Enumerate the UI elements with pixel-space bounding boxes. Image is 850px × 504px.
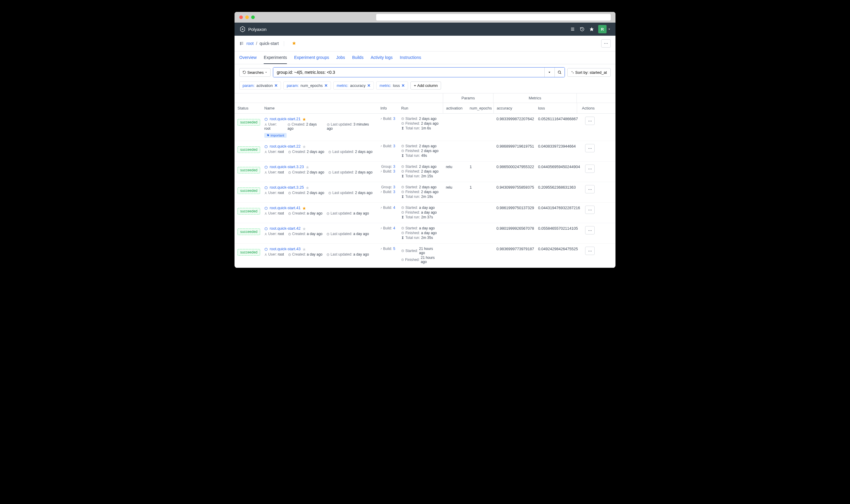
num-epochs-value bbox=[467, 114, 493, 120]
accuracy-value: 0.9865000247955322 bbox=[493, 162, 535, 172]
created-value: 2 days ago bbox=[307, 170, 324, 174]
search-input[interactable] bbox=[273, 68, 544, 77]
searches-dropdown[interactable]: Searches bbox=[239, 68, 270, 77]
experiment-link[interactable]: root.quick-start.3.23 bbox=[270, 164, 304, 169]
experiment-link[interactable]: root.quick-start.22 bbox=[270, 144, 301, 148]
build-link[interactable]: 3 bbox=[393, 190, 395, 194]
experiment-link[interactable]: root.quick-start.42 bbox=[270, 226, 301, 231]
breadcrumb-separator: / bbox=[256, 41, 257, 46]
tab-builds[interactable]: Builds bbox=[352, 52, 364, 64]
total-run-value: 49s bbox=[421, 154, 427, 158]
row-more-button[interactable]: ⋯ bbox=[585, 185, 595, 193]
build-link[interactable]: 3 bbox=[393, 169, 395, 174]
cube-icon bbox=[264, 205, 268, 210]
build-link[interactable]: 4 bbox=[393, 226, 395, 230]
experiment-link[interactable]: root.quick-start.3.25 bbox=[270, 185, 304, 190]
finished-value: a day ago bbox=[421, 231, 437, 235]
svg-marker-15 bbox=[549, 72, 550, 73]
row-more-button[interactable]: ⋯ bbox=[585, 247, 595, 255]
updated-value: 2 days ago bbox=[355, 191, 373, 195]
sort-button[interactable]: Sort by: started_at bbox=[567, 68, 611, 77]
table-row: succeeded root.quick-start.22 User: root… bbox=[234, 141, 616, 162]
row-more-button[interactable]: ⋯ bbox=[585, 205, 595, 214]
cube-icon bbox=[264, 116, 268, 121]
breadcrumb: root / quick-start │ ⋯ bbox=[234, 36, 616, 52]
user-value: root bbox=[278, 252, 284, 256]
window-maximize-button[interactable] bbox=[251, 16, 255, 19]
status-badge: succeeded bbox=[237, 229, 260, 235]
experiment-link[interactable]: root.quick-start.41 bbox=[270, 205, 301, 210]
user-menu-chevron[interactable] bbox=[608, 26, 611, 32]
search-submit-button[interactable] bbox=[554, 68, 565, 77]
build-link[interactable]: 4 bbox=[393, 205, 395, 210]
experiments-table: Params Metrics Status Name Info Run acti… bbox=[234, 93, 616, 268]
group-link[interactable]: 3 bbox=[393, 185, 395, 189]
build-link[interactable]: 3 bbox=[393, 144, 395, 148]
tag-important[interactable]: important bbox=[264, 133, 287, 138]
svg-marker-32 bbox=[306, 166, 309, 169]
project-star-icon[interactable] bbox=[292, 41, 296, 46]
search-dropdown-toggle[interactable] bbox=[544, 68, 554, 77]
star-icon[interactable] bbox=[587, 24, 597, 34]
filter-remove-icon[interactable]: ✕ bbox=[367, 83, 371, 88]
filter-value: loss bbox=[393, 83, 400, 88]
table-row: succeeded root.quick-start.3.25 User: ro… bbox=[234, 182, 616, 203]
tab-experiment-groups[interactable]: Experiment groups bbox=[294, 52, 329, 64]
col-loss: loss bbox=[535, 103, 577, 113]
user-value: root bbox=[278, 232, 284, 236]
tab-experiments[interactable]: Experiments bbox=[264, 52, 287, 64]
mac-titlebar bbox=[234, 12, 616, 23]
tab-jobs[interactable]: Jobs bbox=[336, 52, 345, 64]
svg-marker-58 bbox=[303, 227, 306, 230]
project-more-button[interactable]: ⋯ bbox=[601, 39, 611, 48]
accuracy-value: 0.9833999872207642 bbox=[493, 114, 535, 124]
svg-point-65 bbox=[265, 253, 266, 254]
col-name: Name bbox=[261, 103, 377, 113]
row-more-button[interactable]: ⋯ bbox=[585, 226, 595, 234]
svg-marker-20 bbox=[303, 118, 306, 121]
tab-activity-logs[interactable]: Activity logs bbox=[371, 52, 393, 64]
finished-value: 2 days ago bbox=[421, 169, 439, 174]
tabs: OverviewExperimentsExperiment groupsJobs… bbox=[234, 52, 616, 64]
star-icon[interactable] bbox=[306, 164, 309, 169]
star-icon[interactable] bbox=[302, 247, 306, 251]
row-more-button[interactable]: ⋯ bbox=[585, 164, 595, 173]
svg-rect-11 bbox=[241, 43, 243, 43]
add-column-button[interactable]: +Add column bbox=[410, 82, 441, 90]
group-link[interactable]: 3 bbox=[393, 164, 395, 169]
tab-instructions[interactable]: Instructions bbox=[400, 52, 421, 64]
finished-value: 2 days ago bbox=[421, 121, 439, 126]
filter-remove-icon[interactable]: ✕ bbox=[275, 83, 278, 88]
url-bar[interactable] bbox=[376, 14, 611, 20]
history-icon[interactable] bbox=[578, 24, 587, 34]
row-more-button[interactable]: ⋯ bbox=[585, 144, 595, 152]
num-epochs-value: 1 bbox=[467, 182, 493, 193]
window-minimize-button[interactable] bbox=[245, 16, 249, 19]
row-more-button[interactable]: ⋯ bbox=[585, 116, 595, 125]
star-icon[interactable] bbox=[302, 116, 306, 121]
build-link[interactable]: 5 bbox=[393, 247, 395, 251]
user-avatar[interactable]: R bbox=[598, 25, 606, 33]
star-icon[interactable] bbox=[306, 185, 309, 190]
filter-key: metric: bbox=[337, 83, 348, 88]
started-value: 2 days ago bbox=[419, 116, 437, 121]
list-icon[interactable] bbox=[568, 24, 578, 34]
window-close-button[interactable] bbox=[239, 16, 243, 19]
star-icon[interactable] bbox=[302, 226, 306, 231]
col-group-metrics: Metrics bbox=[493, 93, 577, 103]
filter-value: activation bbox=[256, 83, 272, 88]
app-logo[interactable]: Polyaxon bbox=[239, 26, 267, 32]
filter-remove-icon[interactable]: ✕ bbox=[324, 83, 328, 88]
tab-overview[interactable]: Overview bbox=[239, 52, 256, 64]
star-icon[interactable] bbox=[302, 144, 306, 148]
experiment-link[interactable]: root.quick-start.43 bbox=[270, 247, 301, 251]
experiment-link[interactable]: root.quick-start.21 bbox=[270, 116, 301, 121]
filter-remove-icon[interactable]: ✕ bbox=[402, 83, 405, 88]
svg-point-16 bbox=[558, 71, 561, 73]
star-icon[interactable] bbox=[302, 205, 306, 210]
project-icon bbox=[239, 41, 244, 46]
build-link[interactable]: 3 bbox=[393, 116, 395, 121]
activation-value bbox=[443, 203, 467, 209]
cube-icon bbox=[264, 226, 268, 231]
breadcrumb-root[interactable]: root bbox=[246, 41, 253, 46]
